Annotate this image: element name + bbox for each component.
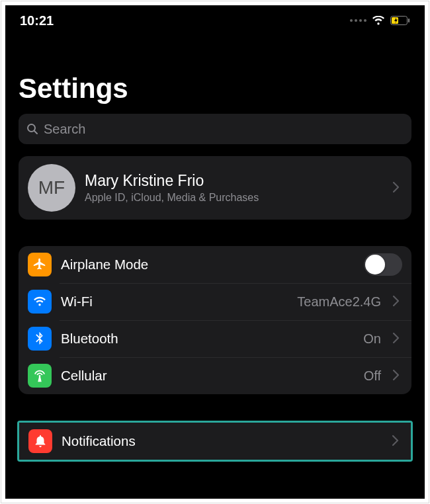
bluetooth-label: Bluetooth xyxy=(61,331,354,347)
search-input[interactable]: Search xyxy=(19,114,411,144)
airplane-mode-toggle[interactable] xyxy=(364,253,402,276)
page-title: Settings xyxy=(5,32,425,114)
chevron-right-icon xyxy=(390,330,402,347)
svg-rect-2 xyxy=(408,19,409,22)
notifications-row[interactable]: Notifications xyxy=(19,423,411,460)
wifi-label: Wi-Fi xyxy=(61,294,288,310)
cellular-dots-icon xyxy=(350,19,366,22)
search-icon xyxy=(26,123,38,135)
connectivity-group: Airplane Mode Wi-Fi TeamAce2.4G xyxy=(19,246,411,394)
account-name: Mary Kristine Frio xyxy=(85,172,381,190)
avatar: MF xyxy=(28,164,75,212)
bluetooth-value: On xyxy=(363,331,381,347)
svg-line-4 xyxy=(34,131,37,134)
airplane-mode-row[interactable]: Airplane Mode xyxy=(19,246,411,283)
highlight-box: Notifications xyxy=(17,421,413,462)
cellular-value: Off xyxy=(364,368,381,384)
battery-charging-icon xyxy=(390,16,410,25)
wifi-icon xyxy=(372,16,385,25)
chevron-right-icon xyxy=(390,433,402,450)
search-placeholder: Search xyxy=(44,122,85,137)
account-subtitle: Apple ID, iCloud, Media & Purchases xyxy=(85,191,381,204)
status-bar: 10:21 xyxy=(5,5,425,32)
status-time: 10:21 xyxy=(20,13,54,28)
airplane-icon xyxy=(28,253,52,276)
wifi-value: TeamAce2.4G xyxy=(297,294,381,310)
bluetooth-icon xyxy=(28,327,52,351)
wifi-settings-icon xyxy=(28,290,52,314)
bluetooth-row[interactable]: Bluetooth On xyxy=(19,320,411,357)
airplane-mode-label: Airplane Mode xyxy=(61,257,355,273)
apple-id-row[interactable]: MF Mary Kristine Frio Apple ID, iCloud, … xyxy=(19,156,411,220)
wifi-row[interactable]: Wi-Fi TeamAce2.4G xyxy=(19,283,411,320)
account-group: MF Mary Kristine Frio Apple ID, iCloud, … xyxy=(19,156,411,220)
status-indicators xyxy=(350,16,410,25)
chevron-right-icon xyxy=(390,367,402,384)
cellular-label: Cellular xyxy=(61,368,355,384)
notifications-icon xyxy=(28,429,52,453)
settings-screen: 10:21 Settings xyxy=(5,5,425,499)
chevron-right-icon xyxy=(390,179,402,196)
notifications-label: Notifications xyxy=(62,433,380,449)
chevron-right-icon xyxy=(390,293,402,310)
cellular-icon xyxy=(28,364,52,388)
cellular-row[interactable]: Cellular Off xyxy=(19,357,411,394)
